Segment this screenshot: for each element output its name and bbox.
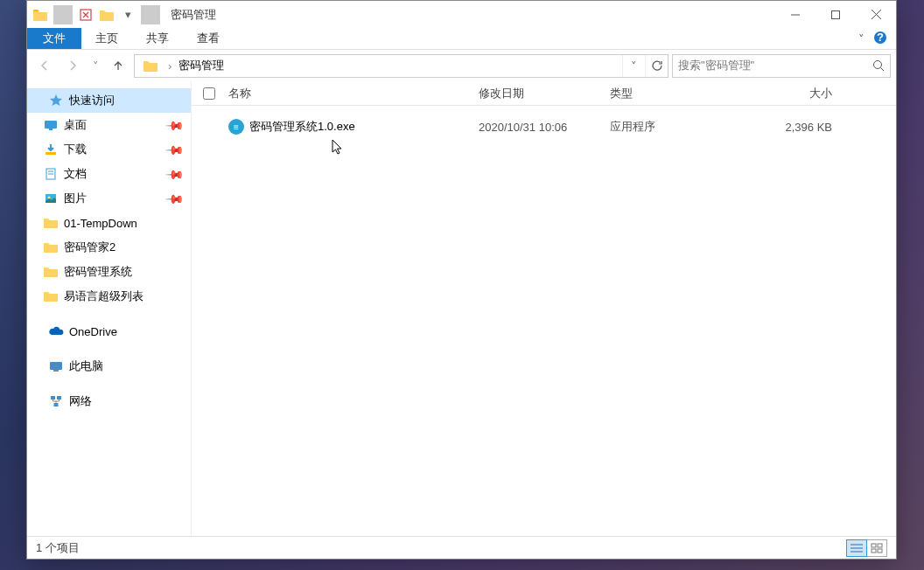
network-icon [48,393,64,409]
sort-indicator-icon: ˄ [345,81,348,86]
nav-up-button[interactable] [106,53,130,78]
documents-icon [43,166,59,182]
folder-icon [43,215,59,231]
svg-rect-2 [832,10,840,18]
svg-rect-28 [878,549,882,553]
sidebar-item-folder[interactable]: 密码管理系统 [27,260,191,284]
view-icons-button[interactable] [866,539,887,557]
file-row[interactable]: ≡ 密码管理系统1.0.exe 2020/10/31 10:06 应用程序 2,… [192,115,896,139]
folder-icon [43,288,59,304]
qat-overflow-icon[interactable]: ▾ [118,5,137,24]
qat-newfolder-icon[interactable] [97,5,116,24]
svg-point-7 [874,61,882,69]
sidebar-item-pictures[interactable]: 图片 📌 [27,186,191,211]
file-date: 2020/10/31 10:06 [472,121,603,134]
folder-icon [43,240,59,255]
sidebar-onedrive[interactable]: OneDrive [27,319,191,344]
address-dropdown-button[interactable]: ˅ [622,55,645,77]
desktop-icon [43,117,59,133]
sidebar-item-label: 易语言超级列表 [64,288,144,304]
status-bar: 1 个项目 [27,536,896,559]
sidebar-item-label: 密码管理系统 [64,264,132,280]
view-details-button[interactable] [846,539,867,557]
search-input[interactable]: 搜索"密码管理" [672,54,891,78]
ribbon-tab-share[interactable]: 共享 [132,28,183,49]
file-list-pane: 名称˄ 修改日期 类型 大小 ≡ 密码管理系统1.0.exe 2020/10/3… [192,81,896,536]
folder-icon [43,264,59,280]
downloads-icon [43,142,59,157]
sidebar-item-label: 图片 [64,191,87,206]
qat-properties-icon[interactable] [76,5,95,24]
sidebar-item-label: 密码管家2 [64,240,116,255]
svg-rect-27 [872,549,876,553]
pin-icon: 📌 [164,188,185,208]
close-button[interactable] [856,1,896,28]
breadcrumb-root-icon[interactable] [138,55,163,77]
maximize-button[interactable] [816,1,856,28]
sidebar-item-label: 01-TempDown [64,217,137,230]
sidebar-item-label: 文档 [64,166,87,182]
sidebar-item-label: 下载 [64,142,87,157]
file-size: 2,396 KB [734,121,839,134]
sidebar-item-folder[interactable]: 易语言超级列表 [27,284,191,309]
sidebar-item-downloads[interactable]: 下载 📌 [27,137,191,162]
search-placeholder: 搜索"密码管理" [678,58,754,73]
sidebar-item-label: 快速访问 [69,93,115,108]
thispc-icon [48,358,64,374]
ribbon-tab-home[interactable]: 主页 [81,28,132,49]
breadcrumb-item[interactable]: 密码管理 [173,55,229,77]
nav-pane: 快速访问 桌面 📌 下载 📌 文档 📌 图片 📌 [27,81,192,536]
sidebar-item-folder[interactable]: 密码管家2 [27,235,191,260]
column-headers: 名称˄ 修改日期 类型 大小 [192,81,896,106]
status-text: 1 个项目 [36,540,80,556]
refresh-button[interactable] [645,55,668,77]
sidebar-item-desktop[interactable]: 桌面 📌 [27,113,191,137]
help-icon[interactable]: ? [873,31,887,47]
breadcrumb-sep-icon: › [166,59,173,73]
title-bar: ▾ 密码管理 [27,1,896,28]
sidebar-item-folder[interactable]: 01-TempDown [27,211,191,235]
column-header-name[interactable]: 名称˄ [221,81,472,105]
search-icon [872,59,885,72]
svg-text:?: ? [877,31,884,44]
pictures-icon [43,191,59,206]
nav-forward-button[interactable] [60,53,85,78]
sidebar-item-documents[interactable]: 文档 📌 [27,162,191,186]
minimize-button[interactable] [775,1,816,28]
sidebar-item-label: 桌面 [64,117,87,133]
svg-rect-10 [49,129,52,130]
nav-back-button[interactable] [32,53,57,78]
file-rows: ≡ 密码管理系统1.0.exe 2020/10/31 10:06 应用程序 2,… [192,106,896,536]
pin-icon: 📌 [164,115,185,135]
address-bar: ˅ › 密码管理 ˅ 搜索"密码管理" [27,50,896,81]
sidebar-network[interactable]: 网络 [27,389,191,414]
select-all-checkbox[interactable] [203,87,215,100]
column-header-date[interactable]: 修改日期 [472,81,603,105]
window-title: 密码管理 [165,7,775,23]
exe-icon: ≡ [228,119,244,135]
ribbon-tabs: 文件 主页 共享 查看 ˅ ? [27,28,896,50]
svg-rect-17 [50,362,62,370]
svg-rect-26 [878,544,882,547]
column-header-type[interactable]: 类型 [603,81,734,105]
sidebar-quick-access[interactable]: 快速访问 [27,88,191,113]
ribbon-expand-icon[interactable]: ˅ [858,32,864,45]
svg-rect-11 [46,152,56,155]
file-type: 应用程序 [603,119,734,135]
file-name: 密码管理系统1.0.exe [249,119,355,135]
ribbon-tab-view[interactable]: 查看 [183,28,234,49]
svg-rect-21 [54,403,59,407]
sidebar-thispc[interactable]: 此电脑 [27,354,191,379]
svg-line-8 [881,68,885,72]
star-icon [48,93,64,108]
column-header-size[interactable]: 大小 [734,81,839,105]
sidebar-item-label: 网络 [69,393,92,409]
sidebar-item-label: 此电脑 [69,358,103,374]
svg-rect-18 [53,370,59,372]
cursor-icon [332,139,344,160]
ribbon-file[interactable]: 文件 [27,28,81,49]
breadcrumb-bar[interactable]: › 密码管理 ˅ [134,54,668,78]
nav-history-button[interactable]: ˅ [88,53,102,78]
svg-rect-19 [51,396,55,400]
window-icon [31,5,50,24]
